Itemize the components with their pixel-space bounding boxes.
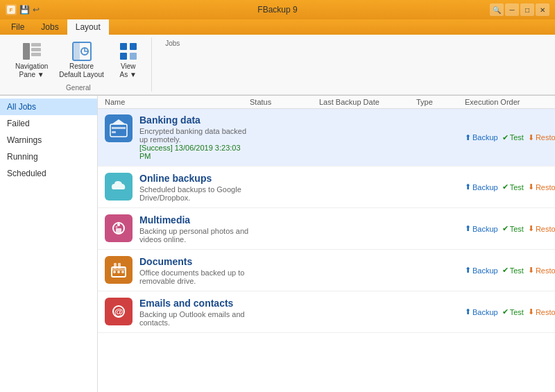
svg-rect-5: [31, 53, 41, 56]
sidebar-item-failed[interactable]: Failed: [0, 115, 97, 132]
view-as-label: ViewAs ▼: [120, 62, 137, 79]
sidebar-item-scheduled[interactable]: Scheduled: [0, 165, 97, 182]
job-icon-online: [105, 173, 133, 201]
save-icon: 💾: [19, 5, 30, 15]
main-layout: All Jobs Failed Warnings Running Schedul…: [0, 96, 555, 392]
job-icon-documents: [105, 256, 133, 284]
test-btn-multimedia[interactable]: ✔ Test: [502, 224, 524, 233]
svg-rect-19: [116, 228, 121, 233]
tab-file[interactable]: File: [3, 19, 33, 35]
col-name: Name: [105, 98, 250, 106]
job-actions-emails: ⬆ Backup ✔ Test ⬇ Restore: [465, 307, 548, 316]
job-title-multimedia: Multimedia: [139, 214, 250, 225]
column-headers: Name Status Last Backup Date Type Execut…: [98, 96, 555, 109]
content-area: Name Status Last Backup Date Type Execut…: [98, 96, 555, 392]
ribbon-group-general: NavigationPane ▼ RestoreDefault Layout: [6, 37, 152, 92]
svg-point-18: [117, 223, 120, 226]
backup-btn-banking[interactable]: ⬆ Backup: [465, 133, 498, 142]
svg-point-26: [117, 271, 120, 273]
nav-pane-label: NavigationPane ▼: [15, 62, 48, 79]
general-group-label: General: [66, 84, 91, 92]
svg-rect-15: [112, 131, 116, 133]
svg-rect-13: [110, 124, 127, 137]
restore-btn-documents[interactable]: ⬇ Restore: [528, 266, 555, 275]
job-name-banking: Banking data Encrypted banking data back…: [105, 114, 250, 160]
job-info-emails: Emails and contacts Backing up Outlook e…: [139, 298, 250, 327]
search-titlebar-icon[interactable]: 🔍: [490, 3, 504, 16]
job-info-documents: Documents Office documents backed up to …: [139, 256, 250, 285]
job-desc-emails: Backing up Outlook emails and contacts.: [139, 310, 250, 327]
job-desc-banking: Encrypted banking data backed up remotel…: [139, 127, 250, 144]
backup-btn-multimedia[interactable]: ⬆ Backup: [465, 224, 498, 233]
jobs-group-label: Jobs: [165, 40, 180, 47]
test-btn-documents[interactable]: ✔ Test: [502, 266, 524, 275]
tab-layout[interactable]: Layout: [67, 19, 109, 35]
svg-point-25: [113, 271, 116, 273]
nav-pane-button[interactable]: NavigationPane ▼: [11, 37, 52, 82]
restore-layout-icon: [71, 40, 93, 62]
maximize-button[interactable]: □: [520, 3, 534, 16]
restore-btn-online[interactable]: ⬇ Restore: [528, 182, 555, 191]
restore-btn-multimedia[interactable]: ⬇ Restore: [528, 224, 555, 233]
close-button[interactable]: ✕: [536, 3, 549, 16]
svg-rect-14: [112, 127, 126, 129]
backup-btn-documents[interactable]: ⬆ Backup: [465, 266, 498, 275]
ribbon-tab-bar: File Jobs Layout: [0, 19, 555, 35]
minimize-button[interactable]: ─: [505, 3, 519, 16]
svg-rect-23: [114, 263, 117, 269]
job-name-documents: Documents Office documents backed up to …: [105, 256, 250, 285]
job-item-online: Online backups Scheduled backups to Goog…: [98, 167, 555, 208]
job-icon-banking: [105, 114, 133, 142]
sidebar-item-running[interactable]: Running: [0, 148, 97, 165]
ribbon-group-jobs: Jobs: [152, 37, 194, 92]
col-exec-order: Execution Order: [465, 98, 548, 106]
job-title-emails: Emails and contacts: [139, 298, 250, 309]
job-icon-multimedia: [105, 214, 133, 242]
backup-btn-emails[interactable]: ⬆ Backup: [465, 307, 498, 316]
svg-marker-16: [112, 119, 126, 124]
svg-rect-10: [130, 43, 137, 50]
ribbon: File Jobs Layout NavigationPane ▼: [0, 19, 555, 96]
restore-layout-button[interactable]: RestoreDefault Layout: [55, 37, 108, 82]
ribbon-group-items: NavigationPane ▼ RestoreDefault Layout: [11, 37, 146, 82]
job-last-backup-banking: [Success] 13/06/2019 3:23:03 PM: [139, 144, 250, 160]
tab-jobs[interactable]: Jobs: [33, 19, 67, 35]
job-actions-documents: ⬆ Backup ✔ Test ⬇ Restore: [465, 266, 548, 275]
sidebar-item-all-jobs[interactable]: All Jobs: [0, 99, 97, 115]
svg-rect-12: [130, 53, 137, 60]
col-status: Status: [250, 98, 319, 106]
sidebar-item-warnings[interactable]: Warnings: [0, 132, 97, 148]
test-btn-online[interactable]: ✔ Test: [502, 182, 524, 191]
job-desc-documents: Office documents backed up to removable …: [139, 269, 250, 285]
job-icon-emails: @: [105, 298, 133, 325]
svg-point-20: [116, 225, 118, 228]
restore-btn-emails[interactable]: ⬇ Restore: [528, 307, 555, 316]
job-list: Banking data Encrypted banking data back…: [98, 109, 555, 392]
ribbon-content: NavigationPane ▼ RestoreDefault Layout: [0, 35, 555, 95]
job-info-banking: Banking data Encrypted banking data back…: [139, 114, 250, 160]
svg-rect-24: [118, 263, 121, 269]
svg-text:@: @: [114, 307, 123, 317]
backup-btn-online[interactable]: ⬆ Backup: [465, 182, 498, 191]
job-name-emails: @ Emails and contacts Backing up Outlook…: [105, 298, 250, 327]
restore-btn-banking[interactable]: ⬇ Restore: [528, 133, 555, 142]
test-btn-emails[interactable]: ✔ Test: [502, 307, 524, 316]
job-name-online: Online backups Scheduled backups to Goog…: [105, 173, 250, 202]
app-title: FBackup 9: [257, 5, 297, 15]
svg-rect-2: [23, 43, 30, 60]
titlebar-left: F 💾 ↩: [6, 4, 40, 15]
titlebar: F 💾 ↩ FBackup 9 🔍 ─ □ ✕: [0, 0, 555, 19]
svg-point-27: [121, 271, 124, 273]
app-icon: F: [6, 4, 17, 15]
job-title-online: Online backups: [139, 173, 250, 184]
test-btn-banking[interactable]: ✔ Test: [502, 133, 524, 142]
view-as-icon: [117, 40, 139, 62]
job-info-multimedia: Multimedia Backing up personal photos an…: [139, 214, 250, 244]
nav-pane-icon: [21, 40, 43, 62]
job-actions-banking: ⬆ Backup ✔ Test ⬇ Restore: [465, 133, 548, 142]
job-actions-online: ⬆ Backup ✔ Test ⬇ Restore: [465, 182, 548, 191]
job-actions-multimedia: ⬆ Backup ✔ Test ⬇ Restore: [465, 224, 548, 233]
view-as-button[interactable]: ViewAs ▼: [111, 37, 146, 82]
job-item-documents: Documents Office documents backed up to …: [98, 250, 555, 291]
restore-layout-label: RestoreDefault Layout: [59, 62, 104, 79]
